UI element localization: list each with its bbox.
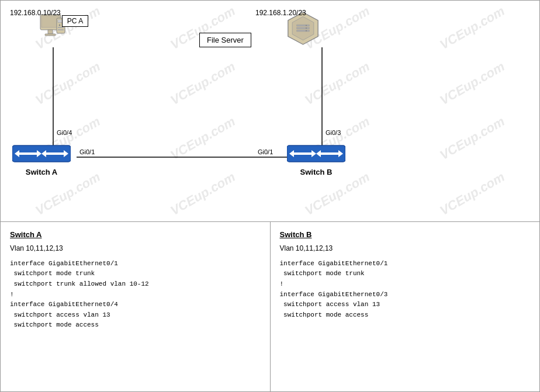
config-title-switch-a: Switch A <box>10 229 261 241</box>
svg-rect-16 <box>297 27 310 29</box>
config-vlan-switch-a: Vlan 10,11,12,13 <box>10 243 261 254</box>
device-switch-b: Switch B <box>287 141 345 176</box>
config-area: Switch A Vlan 10,11,12,13 interface Giga… <box>0 222 540 392</box>
switch-b-label: Switch B <box>300 168 333 176</box>
svg-point-19 <box>306 27 307 29</box>
config-vlan-switch-b: Vlan 10,11,12,13 <box>280 243 531 254</box>
switch-a-icon <box>12 141 71 165</box>
svg-point-20 <box>306 30 307 32</box>
switch-a-label: Switch A <box>26 168 57 176</box>
device-switch-a: Switch A <box>12 141 71 176</box>
svg-rect-15 <box>297 25 310 26</box>
svg-rect-11 <box>58 29 64 30</box>
port-label-switch-b-trunk: Gi0/1 <box>258 148 273 155</box>
svg-point-18 <box>306 25 307 26</box>
svg-rect-10 <box>58 27 64 28</box>
config-panel-switch-b: Switch B Vlan 10,11,12,13 interface Giga… <box>271 222 540 391</box>
connections-svg <box>1 1 539 221</box>
port-label-switch-a-trunk: Gi0/1 <box>79 148 95 155</box>
svg-rect-5 <box>48 30 53 34</box>
svg-rect-34 <box>301 152 311 155</box>
svg-point-9 <box>59 25 61 26</box>
switch-b-icon <box>287 141 345 165</box>
file-server-label: File Server <box>199 33 251 47</box>
config-code-switch-b: interface GigabitEthernet0/1 switchport … <box>280 259 531 321</box>
pc-a-label: PC A <box>62 15 88 27</box>
svg-rect-38 <box>328 152 338 155</box>
svg-rect-25 <box>26 152 37 155</box>
device-pc-a: PC A <box>36 12 68 56</box>
config-code-switch-a: interface GigabitEthernet0/1 switchport … <box>10 259 261 331</box>
port-label-switch-b-server: Gi0/3 <box>326 129 341 136</box>
ip-label-pc-a: 192.168.0.10/23 <box>10 9 61 17</box>
diagram-area: VCEup.com VCEup.com VCEup.com VCEup.com … <box>0 0 540 222</box>
svg-rect-6 <box>45 34 56 36</box>
main-container: VCEup.com VCEup.com VCEup.com VCEup.com … <box>0 0 540 392</box>
config-title-switch-b: Switch B <box>280 229 531 241</box>
port-label-switch-a-pc: Gi0/4 <box>57 129 72 136</box>
ip-label-server: 192.168.1.20/23 <box>255 9 306 17</box>
svg-rect-17 <box>297 30 310 32</box>
svg-rect-29 <box>53 152 64 155</box>
config-panel-switch-a: Switch A Vlan 10,11,12,13 interface Giga… <box>1 222 271 391</box>
